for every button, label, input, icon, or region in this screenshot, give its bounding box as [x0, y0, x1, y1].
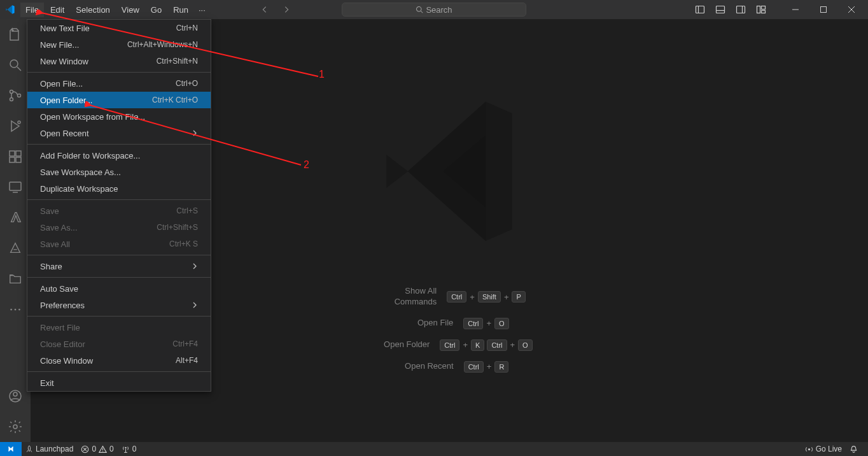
status-launchpad[interactable]: Launchpad — [22, 445, 77, 453]
menu-file[interactable]: File — [20, 3, 44, 17]
key-badge: Ctrl — [440, 339, 459, 351]
menu-item-shortcut: Ctrl+O — [176, 79, 198, 88]
key-plus: + — [504, 292, 509, 302]
status-problems[interactable]: 0 0 — [77, 445, 117, 453]
menu-item-add-folder-to-workspace[interactable]: Add Folder to Workspace... — [27, 147, 211, 164]
menu-item-new-window[interactable]: New WindowCtrl+Shift+N — [27, 53, 211, 69]
maximize-icon[interactable] — [812, 0, 835, 19]
menu-overflow[interactable]: ··· — [195, 3, 209, 17]
svg-rect-8 — [757, 6, 760, 13]
minimize-icon[interactable] — [784, 0, 807, 19]
svg-rect-24 — [16, 151, 21, 156]
welcome-shortcut-row: Show All CommandsCtrl+Shift+P — [366, 286, 532, 308]
svg-point-18 — [10, 98, 13, 101]
welcome-shortcut-row: Open FileCtrl+O — [366, 318, 532, 329]
svg-point-32 — [13, 425, 17, 429]
status-notifications[interactable] — [846, 445, 862, 453]
svg-point-27 — [10, 309, 12, 311]
menu-item-auto-save[interactable]: Auto Save — [27, 280, 211, 297]
menu-item-save-as: Save As...Ctrl+Shift+S — [27, 219, 211, 236]
extensions-icon[interactable] — [0, 141, 31, 172]
close-icon[interactable] — [840, 0, 863, 19]
menu-item-shortcut: Ctrl+K Ctrl+O — [152, 96, 198, 104]
menu-edit[interactable]: Edit — [45, 3, 69, 17]
menu-view[interactable]: View — [116, 3, 144, 17]
menu-item-preferences[interactable]: Preferences — [27, 297, 211, 313]
menu-item-exit[interactable]: Exit — [27, 374, 211, 391]
toggle-primary-sidebar-icon[interactable] — [695, 4, 705, 15]
shortcut-label: Show All Commands — [373, 286, 437, 308]
status-bar: Launchpad 0 0 0 Go Live — [0, 442, 868, 456]
remote-explorer-icon[interactable] — [0, 172, 31, 203]
broadcast-icon — [805, 445, 813, 453]
titlebar-nav — [260, 5, 291, 14]
menu-item-save-all: Save AllCtrl+K S — [27, 236, 211, 252]
bell-icon — [850, 445, 858, 453]
menu-selection[interactable]: Selection — [71, 3, 115, 17]
menu-item-label: New Text File — [40, 24, 90, 33]
menu-run[interactable]: Run — [168, 3, 193, 17]
layout-controls — [695, 4, 766, 15]
azure-activity-icon[interactable] — [0, 233, 31, 264]
menu-item-shortcut: Ctrl+N — [176, 24, 198, 32]
svg-point-0 — [417, 7, 422, 12]
more-activity-icon[interactable] — [0, 294, 31, 325]
svg-rect-22 — [10, 157, 15, 162]
radio-tower-icon — [122, 445, 130, 453]
menu-item-open-folder[interactable]: Open Folder...Ctrl+K Ctrl+O — [27, 92, 211, 108]
menu-item-new-text-file[interactable]: New Text FileCtrl+N — [27, 20, 211, 36]
menu-item-label: Preferences — [40, 301, 85, 310]
error-icon — [81, 445, 89, 453]
nav-back-icon[interactable] — [260, 5, 269, 14]
menu-item-open-file[interactable]: Open File...Ctrl+O — [27, 75, 211, 92]
menu-item-label: Save All — [40, 239, 70, 249]
menu-item-label: Open Folder... — [40, 96, 92, 105]
explorer-icon[interactable] — [0, 19, 31, 50]
shortcut-label: Open File — [389, 318, 453, 329]
customize-layout-icon[interactable] — [756, 4, 766, 15]
nav-forward-icon[interactable] — [282, 5, 291, 14]
vscode-watermark-icon — [367, 89, 532, 254]
chevron-right-icon — [192, 130, 198, 136]
menu-item-close-window[interactable]: Close WindowAlt+F4 — [27, 352, 211, 369]
menu-item-close-editor: Close EditorCtrl+F4 — [27, 336, 211, 352]
accounts-icon[interactable] — [0, 381, 31, 411]
menu-item-save: SaveCtrl+S — [27, 203, 211, 219]
menu-item-share[interactable]: Share — [27, 258, 211, 274]
menu-item-label: Auto Save — [40, 284, 78, 294]
menu-item-open-workspace-from-file[interactable]: Open Workspace from File... — [27, 108, 211, 125]
menu-item-save-workspace-as[interactable]: Save Workspace As... — [27, 164, 211, 180]
menu-item-new-file[interactable]: New File...Ctrl+Alt+Windows+N — [27, 36, 211, 53]
menu-item-shortcut: Ctrl+S — [176, 206, 198, 215]
menu-go[interactable]: Go — [146, 3, 167, 17]
menu-item-label: Add Folder to Workspace... — [40, 151, 140, 160]
menu-item-duplicate-workspace[interactable]: Duplicate Workspace — [27, 180, 211, 197]
menu-item-label: Exit — [40, 378, 54, 388]
menu-item-open-recent[interactable]: Open Recent — [27, 125, 211, 141]
folder-activity-icon[interactable] — [0, 264, 31, 294]
key-badge: O — [494, 318, 509, 329]
key-badge: Shift — [478, 291, 501, 303]
search-box[interactable]: Search — [342, 3, 526, 17]
azure-icon[interactable] — [0, 203, 31, 233]
run-debug-icon[interactable] — [0, 111, 31, 141]
status-ports[interactable]: 0 — [118, 445, 141, 453]
annotation-label-2: 2 — [304, 159, 309, 171]
menu-item-label: Open Workspace from File... — [40, 112, 145, 122]
key-plus: + — [463, 340, 468, 350]
menu-item-label: Share — [40, 262, 62, 271]
key-badge: Ctrl — [463, 318, 483, 329]
remote-indicator-icon[interactable] — [0, 442, 22, 456]
welcome-shortcut-row: Open FolderCtrl+KCtrl+O — [366, 339, 532, 351]
settings-gear-icon[interactable] — [0, 411, 31, 442]
svg-point-20 — [18, 121, 20, 124]
file-dropdown-menu: New Text FileCtrl+NNew File...Ctrl+Alt+W… — [27, 19, 211, 392]
status-go-live[interactable]: Go Live — [801, 445, 846, 453]
menubar: File Edit Selection View Go Run ··· — [20, 3, 209, 17]
key-badge: K — [471, 339, 484, 351]
menu-item-label: Open File... — [40, 79, 83, 89]
search-activity-icon[interactable] — [0, 50, 31, 80]
source-control-icon[interactable] — [0, 80, 31, 111]
toggle-secondary-sidebar-icon[interactable] — [736, 4, 746, 15]
toggle-panel-icon[interactable] — [715, 4, 725, 15]
